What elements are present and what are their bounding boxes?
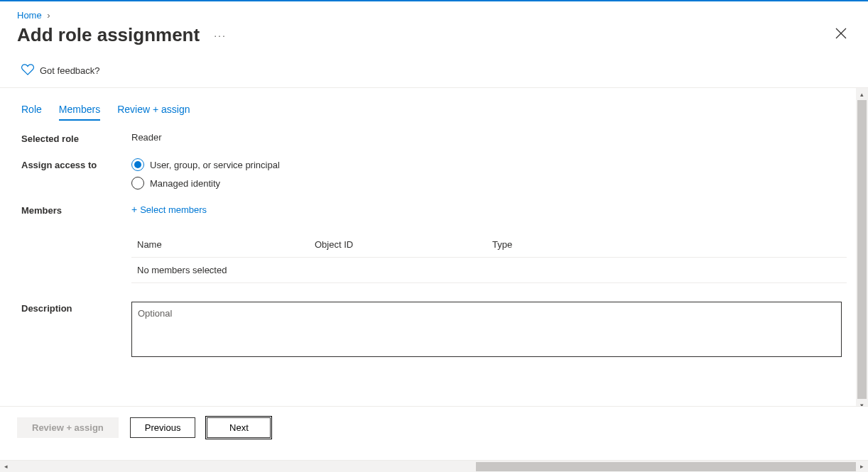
heart-icon	[21, 64, 34, 77]
breadcrumb: Home ›	[0, 1, 868, 23]
scroll-up-icon: ▴	[856, 88, 868, 100]
vertical-scrollbar[interactable]: ▴ ▾	[856, 88, 868, 411]
select-members-link-label: Select members	[140, 204, 207, 215]
next-button[interactable]: Next	[207, 417, 271, 438]
members-label: Members	[21, 204, 131, 216]
previous-button[interactable]: Previous	[130, 417, 196, 438]
page-title: Add role assignment	[17, 24, 200, 46]
plus-icon: +	[131, 204, 137, 215]
radio-managed-identity[interactable]: Managed identity	[131, 177, 847, 190]
selected-role-label: Selected role	[21, 132, 131, 144]
close-button[interactable]	[831, 23, 851, 47]
scroll-right-icon: ▸	[856, 461, 868, 473]
table-col-type: Type	[492, 239, 841, 250]
review-assign-button: Review + assign	[17, 417, 119, 438]
got-feedback-label: Got feedback?	[40, 65, 100, 76]
breadcrumb-home-link[interactable]: Home	[17, 10, 42, 21]
scroll-left-icon: ◂	[0, 461, 12, 473]
tabs: Role Members Review + assign	[21, 88, 847, 132]
members-empty-row: No members selected	[131, 258, 847, 283]
description-input[interactable]	[131, 302, 842, 357]
tab-review-assign[interactable]: Review + assign	[117, 104, 190, 121]
close-icon	[835, 28, 847, 42]
select-members-link[interactable]: + Select members	[131, 204, 207, 215]
got-feedback-link[interactable]: Got feedback?	[0, 64, 868, 88]
table-col-name: Name	[137, 239, 315, 250]
footer: Review + assign Previous Next	[0, 406, 868, 449]
selected-role-value: Reader	[131, 132, 847, 143]
radio-managed-identity-label: Managed identity	[150, 178, 220, 189]
radio-unchecked-icon	[131, 177, 144, 190]
table-col-objectid: Object ID	[315, 239, 492, 250]
members-table: Name Object ID Type No members selected	[131, 232, 847, 283]
tab-members[interactable]: Members	[59, 104, 100, 121]
chevron-right-icon: ›	[47, 10, 50, 21]
description-label: Description	[21, 302, 131, 314]
horizontal-scrollbar[interactable]: ◂ ▸	[0, 460, 868, 472]
radio-user-group[interactable]: User, group, or service principal	[131, 158, 847, 171]
assign-access-label: Assign access to	[21, 158, 131, 170]
tab-role[interactable]: Role	[21, 104, 42, 121]
radio-checked-icon	[131, 158, 144, 171]
radio-user-group-label: User, group, or service principal	[150, 160, 280, 170]
more-actions-button[interactable]: ···	[211, 30, 229, 41]
